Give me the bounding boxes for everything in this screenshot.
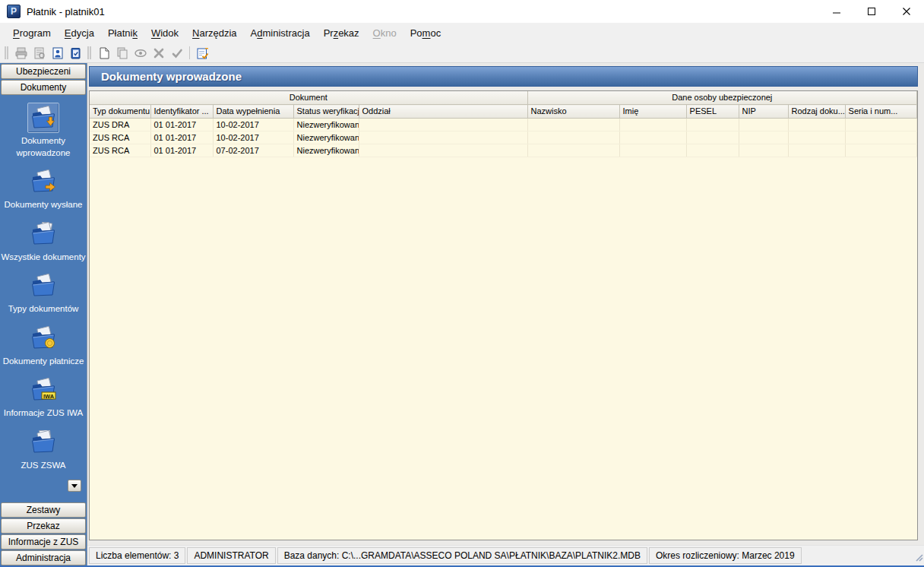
cell-seria [845,144,916,157]
sidebar-item-informacje-zus-iwa[interactable]: IWA Informacje ZUS IWA [0,375,87,420]
verify-document-icon [170,46,184,60]
copy-document-icon [115,46,129,60]
group-header-dane-osoby: Dane osoby ubezpieczonej [527,91,916,105]
table-group-header-row: Dokument Dane osoby ubezpieczonej [90,91,917,105]
minimize-icon [832,7,841,16]
column-header-typ-dokumentu[interactable]: Typ dokumentu [90,105,150,119]
column-header-nip[interactable]: NIP [739,105,788,119]
sidebar-item-typy-dokumentow[interactable]: Typy dokumentów [0,271,87,315]
menu-item-pomoc[interactable]: Pomoc [403,24,448,42]
sidebar-tab-ubezpieczeni[interactable]: Ubezpieczeni [1,64,86,79]
menu-item-narzedzia[interactable]: Narzędzia [185,24,244,42]
cell-nazwisko [527,144,619,157]
toolbar-separator [189,46,190,59]
menu-item-administracja[interactable]: Administracja [244,24,317,42]
close-button[interactable] [889,0,924,23]
main-pane: Dokumenty wprowadzone Dokument Da [87,63,924,545]
cell-identyfikator: 01 01-2017 [150,144,213,157]
new-document-button[interactable] [95,45,113,62]
cell-data-wypelnienia: 10-02-2017 [213,119,293,131]
sidebar-tab-informacje-z-zus[interactable]: Informacje z ZUS [1,534,86,550]
table-row[interactable]: ZUS RCA 01 01-2017 07-02-2017 Niezweryfi… [90,144,917,157]
create-set-icon [195,46,210,60]
column-header-status-weryfikacji[interactable]: Status weryfikacji [293,105,359,119]
folder-incoming-icon [30,106,56,130]
delete-document-button [150,45,168,62]
sidebar-item-wszystkie-dokumenty[interactable]: Wszystkie dokumenty [0,219,87,264]
minimize-button[interactable] [819,0,854,23]
cell-rodzaj [788,144,845,157]
sidebar-tab-dokumenty[interactable]: Dokumenty [1,80,86,95]
folder-iwa-icon: IWA [30,378,56,402]
print-preview-button [30,45,49,62]
chevron-down-icon [71,484,78,488]
table-row[interactable]: ZUS DRA 01 01-2017 10-02-2017 Niezweryfi… [90,119,917,131]
menu-item-edycja[interactable]: Edycja [58,24,101,42]
new-document-icon [97,46,111,60]
table-row[interactable]: ZUS RCA 01 01-2017 10-02-2017 Niezweryfi… [90,131,917,144]
table-column-header-row: Typ dokumentu Identyfikator ... Data wyp… [90,105,917,119]
sidebar-tab-przekaz[interactable]: Przekaz [1,518,86,534]
column-header-nazwisko[interactable]: Nazwisko [527,105,619,119]
status-database: Baza danych: C:\...GRAMDATA\ASSECO POLAN… [277,547,647,564]
cell-typ: ZUS DRA [90,119,150,131]
group-header-dokument: Dokument [90,91,527,105]
folder-payment-icon [30,326,56,350]
sidebar-item-dokumenty-platnicze[interactable]: Dokumenty płatnicze [0,323,87,368]
cell-nip [739,131,788,144]
cell-rodzaj [788,131,845,144]
create-set-button[interactable] [193,45,211,62]
sidebar-item-zus-zswa[interactable]: ZUS ZSWA [0,427,87,472]
cell-seria [845,119,916,131]
folder-types-icon [30,274,56,298]
cell-pesel [686,144,739,157]
menu-item-program[interactable]: Program [6,24,58,42]
column-header-oddzial[interactable]: Oddział [359,105,527,119]
list-empty-area [90,157,917,540]
menu-item-widok[interactable]: Widok [144,24,185,42]
sidebar-item-label: Dokumenty wprowadzone [1,135,86,159]
cell-oddzial [359,131,527,144]
close-icon [902,7,911,16]
column-header-imie[interactable]: Imię [619,105,686,119]
cell-data-wypelnienia: 10-02-2017 [213,131,293,144]
toolbar-grip[interactable] [5,46,6,59]
sidebar-scroll-down-button[interactable] [68,480,81,492]
folder-zswa-icon [30,430,56,455]
delete-document-icon [152,46,166,60]
sidebar-item-dokumenty-wprowadzone[interactable]: Dokumenty wprowadzone [0,103,87,159]
cell-nip [739,119,788,131]
view-document-button [131,45,150,62]
sidebar-tab-administracja[interactable]: Administracja [1,550,86,565]
print-button [12,45,30,62]
sidebar-panel-dokumenty: Dokumenty wprowadzone Dokumenty wysłane [0,95,87,502]
menu-item-przekaz[interactable]: Przekaz [317,24,366,42]
resize-grip-icon [913,551,923,562]
print-icon [14,46,28,60]
toolbar-grip[interactable] [87,46,89,59]
sidebar-tab-zestawy[interactable]: Zestawy [1,502,86,518]
documents-list: Dokument Dane osoby ubezpieczonej Typ do… [89,90,918,540]
title-bar: P Płatnik - platnik01 [0,0,924,23]
cell-pesel [686,119,739,131]
cell-rodzaj [788,119,845,131]
sidebar: Ubezpieczeni Dokumenty Dokumenty wprowad… [0,63,87,565]
cell-nazwisko [527,119,619,131]
cell-nazwisko [527,131,619,144]
insured-register-icon [69,46,83,60]
pane-title: Dokumenty wprowadzone [89,66,918,87]
resize-grip[interactable] [913,551,923,565]
cell-status: Niezweryfikowany [293,144,359,157]
sidebar-item-dokumenty-wyslane[interactable]: Dokumenty wysłane [0,166,87,211]
copy-document-button [113,45,131,62]
menu-item-platnik[interactable]: Płatnik [101,24,144,42]
column-header-identyfikator[interactable]: Identyfikator ... [150,105,213,119]
column-header-pesel[interactable]: PESEL [686,105,739,119]
insured-register-button[interactable] [67,45,85,62]
payers-register-button[interactable] [49,45,67,62]
column-header-data-wypelnienia[interactable]: Data wypełnienia [213,105,293,119]
maximize-button[interactable] [854,0,889,23]
column-header-rodzaj-dokumentu[interactable]: Rodzaj doku... [788,105,845,119]
column-header-seria-i-numer[interactable]: Seria i num... [845,105,916,119]
cell-identyfikator: 01 01-2017 [150,119,213,131]
